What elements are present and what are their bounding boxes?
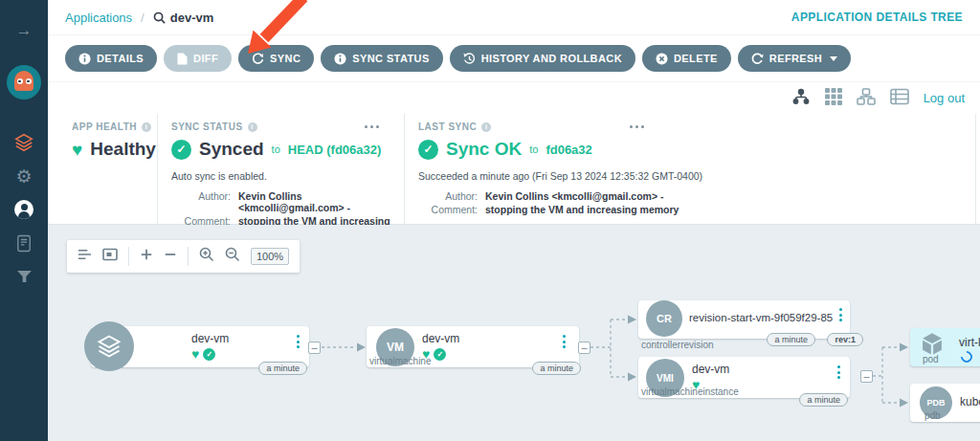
logout-link[interactable]: Log out	[924, 91, 965, 105]
top-bar: Applications / dev-vm APPLICATION DETAIL…	[48, 0, 980, 35]
sync-revision[interactable]: HEAD (fd06a32)	[288, 143, 382, 157]
sync-status-value: Synced	[199, 139, 264, 160]
sidebar-item-settings[interactable]: ⚙	[13, 165, 34, 187]
application-icon	[84, 321, 134, 371]
to-label: to	[529, 143, 538, 155]
diff-button[interactable]: DIFF	[164, 45, 232, 72]
zoom-level-value[interactable]: 100%	[251, 248, 289, 265]
app-window: → ⚙	[0, 0, 980, 441]
synced-icon: ✓	[203, 348, 215, 361]
node-pdb[interactable]: PDB kube pdb	[910, 384, 980, 422]
age-badge: a minute	[532, 362, 581, 375]
info-icon[interactable]: i	[142, 122, 151, 132]
node-name: dev-vm	[692, 363, 729, 376]
cr-kind-icon: CR	[646, 300, 682, 337]
node-controllerrevision[interactable]: CR revision-start-vm-9f059f29-85... cont…	[638, 300, 850, 339]
delete-icon	[656, 53, 668, 65]
sidebar-item-applications[interactable]	[13, 132, 34, 153]
panel-menu-icon[interactable]	[630, 125, 644, 128]
sidebar-item-filter[interactable]	[13, 266, 34, 287]
zoom-out-icon[interactable]	[164, 248, 177, 265]
docs-icon	[16, 234, 32, 253]
delete-label: DELETE	[674, 53, 718, 64]
sync-button[interactable]: SYNC	[238, 45, 314, 72]
sidebar-item-user[interactable]	[13, 199, 34, 220]
refresh-label: REFRESH	[769, 53, 822, 64]
age-badge: a minute	[799, 393, 848, 407]
view-pods-icon[interactable]	[825, 88, 842, 109]
diff-label: DIFF	[193, 53, 218, 64]
sidebar-expand-icon[interactable]: →	[16, 21, 33, 40]
file-icon	[177, 53, 188, 65]
history-rollback-button[interactable]: HISTORY AND ROLLBACK	[450, 45, 635, 72]
refresh-icon	[751, 53, 764, 65]
node-menu-icon[interactable]	[839, 308, 842, 321]
view-list-icon[interactable]	[890, 88, 909, 109]
last-sync-note: Succeeded a minute ago (Fri Sep 13 2024 …	[418, 169, 734, 183]
node-menu-icon[interactable]	[837, 365, 840, 379]
last-sync-revision[interactable]: fd06a32	[546, 143, 591, 157]
node-virtualmachineinstance[interactable]: VMI dev-vm ♥ virtualmachineinstance a mi…	[638, 357, 850, 398]
check-circle-icon: ✓	[171, 140, 191, 160]
delete-button[interactable]: DELETE	[642, 45, 731, 72]
zoom-in-icon[interactable]	[140, 248, 153, 265]
age-badge: a minute	[767, 333, 815, 346]
magnifier-plus-icon[interactable]	[199, 247, 214, 266]
breadcrumb-applications[interactable]: Applications	[65, 11, 132, 25]
collapse-handle[interactable]: –	[860, 370, 873, 383]
resource-tree: 100% dev-vm ♥ ✓ a minute – VM dev-vm	[48, 225, 980, 441]
sidebar-item-docs[interactable]	[13, 232, 34, 254]
align-icon[interactable]	[78, 248, 92, 265]
layers-icon	[13, 132, 34, 153]
age-badge: a minute	[258, 362, 307, 375]
collapse-handle[interactable]: –	[308, 342, 321, 354]
status-band: Log out APP HEALTH i ♥ Healthy	[48, 81, 980, 225]
info-icon[interactable]: i	[481, 122, 491, 132]
info-icon	[334, 53, 346, 65]
node-menu-icon[interactable]	[563, 335, 566, 348]
info-icon	[78, 53, 91, 65]
node-pod[interactable]: virt-l pod	[910, 328, 980, 366]
view-network-icon[interactable]	[857, 88, 876, 109]
user-icon	[14, 200, 33, 219]
author-label: Author:	[418, 190, 478, 202]
magnifier-minus-icon[interactable]	[225, 247, 240, 266]
status-panels: APP HEALTH i ♥ Healthy SYNC STATUS i	[48, 114, 980, 225]
comment-value: stopping the VM and increasing memory	[485, 204, 975, 215]
node-kind-label: virtualmachineinstance	[641, 386, 739, 397]
details-button[interactable]: DETAILS	[65, 45, 157, 72]
gear-icon: ⚙	[15, 167, 32, 186]
info-icon[interactable]: i	[248, 122, 257, 132]
chevron-down-icon	[830, 56, 837, 61]
node-name: virt-l	[959, 336, 980, 349]
auto-sync-note: Auto sync is enabled.	[171, 169, 394, 183]
collapse-handle[interactable]: –	[578, 342, 590, 354]
refresh-button[interactable]: REFRESH	[738, 45, 851, 72]
node-name: dev-vm	[422, 332, 459, 345]
app-health-status: Healthy	[90, 139, 156, 160]
sidebar: → ⚙	[0, 0, 48, 441]
view-switcher: Log out	[48, 82, 980, 114]
app-health-title: APP HEALTH	[72, 121, 137, 132]
node-application[interactable]: dev-vm ♥ ✓ a minute	[91, 326, 309, 367]
sync-status-button[interactable]: SYNC STATUS	[321, 45, 442, 72]
panel-menu-icon[interactable]	[365, 125, 379, 128]
node-menu-icon[interactable]	[297, 335, 300, 348]
app-name: dev-vm	[170, 11, 214, 25]
revision-badge: rev:1	[827, 333, 863, 346]
view-tree-icon[interactable]	[791, 88, 811, 109]
details-label: DETAILS	[97, 53, 144, 64]
comment-label: Comment:	[418, 204, 478, 215]
breadcrumb-separator: /	[132, 11, 153, 25]
node-virtualmachine[interactable]: VM dev-vm ♥ ✓ virtualmachine a minute	[367, 326, 579, 367]
sync-status-panel: SYNC STATUS i ✓ Synced to HEAD (fd06a32)…	[157, 114, 404, 224]
breadcrumb-current: dev-vm	[153, 11, 214, 25]
heart-icon: ♥	[72, 141, 82, 159]
fit-to-screen-icon[interactable]	[102, 248, 118, 265]
author-label: Author:	[171, 190, 231, 213]
graph-toolbar: 100%	[67, 240, 300, 273]
author-value: Kevin Collins <kmcolli@gmail.com> -	[238, 190, 394, 213]
node-kind-label: pdb	[924, 410, 941, 421]
node-kind-label: virtualmachine	[369, 356, 431, 366]
to-label: to	[272, 143, 280, 155]
